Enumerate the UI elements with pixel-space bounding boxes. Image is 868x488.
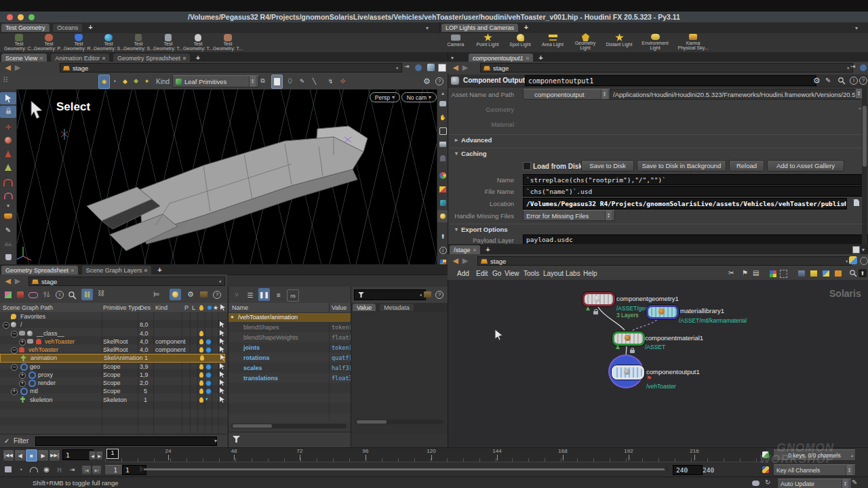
refresh-icon[interactable]: ↻: [765, 479, 770, 486]
message-bubble-icon[interactable]: [751, 479, 760, 487]
node-materiallibrary1[interactable]: [646, 305, 679, 319]
menu-labs[interactable]: Labs: [566, 270, 580, 277]
shelf-add-tab-button[interactable]: +: [85, 23, 96, 31]
tree-row-class-vehtoaster[interactable]: + vehToaster SkelRoot 4,0 component: [0, 338, 224, 346]
modeler-bench-icon[interactable]: [0, 210, 16, 222]
geometry-collapse-icon[interactable]: ▾: [859, 106, 861, 112]
color-correction-icon[interactable]: [437, 169, 448, 182]
gear-icon[interactable]: ⚙: [813, 76, 821, 85]
collapse-icon[interactable]: −: [11, 347, 18, 354]
select-edges-mode-icon[interactable]: ◆: [120, 75, 130, 87]
shelf-tool-test-geometry-rubbertoy[interactable]: TestGeometry: R...: [64, 33, 94, 52]
pane-split-icon[interactable]: [852, 246, 860, 253]
audio-icon[interactable]: ◔: [16, 464, 26, 474]
sheet-row-translations[interactable]: translations float3[1: [229, 374, 351, 383]
rotate-tool-icon[interactable]: [0, 134, 16, 146]
pane-menu-icon[interactable]: [71, 269, 74, 272]
node-label-componentgeometry1[interactable]: componentgeometry1: [616, 295, 679, 302]
menu-help[interactable]: Help: [583, 270, 597, 277]
tree-row-geo[interactable]: − geo Scope 3,9: [0, 363, 224, 371]
visible-icon[interactable]: [205, 380, 212, 386]
flag-display-icon[interactable]: ⚑: [742, 269, 748, 277]
gear-star-icon[interactable]: ⚙: [187, 290, 194, 299]
snapshot-gallery-icon[interactable]: [797, 270, 805, 277]
search-icon[interactable]: [837, 77, 846, 85]
play-backward-button[interactable]: ◀: [14, 449, 26, 462]
visible-icon[interactable]: [205, 388, 212, 394]
select-detail-mode-icon[interactable]: ✦: [142, 75, 152, 87]
select-tool-icon[interactable]: [0, 92, 16, 104]
tab-geometry-spreadsheet-bl[interactable]: Geometry Spreadsheet: [1, 266, 78, 274]
tree-view-icon[interactable]: ⑂: [231, 289, 242, 300]
filter-check-icon[interactable]: ✓: [4, 437, 9, 445]
asset-path-field[interactable]: /Applications/Houdini/Houdini20.5.323/Fr…: [610, 89, 861, 100]
frame-view-icon[interactable]: [437, 125, 448, 137]
range-slider-right-handle[interactable]: [664, 466, 669, 472]
info-icon[interactable]: i: [850, 77, 858, 85]
sheet-filter-field[interactable]: ▾: [354, 289, 426, 300]
color-palette-icon[interactable]: [769, 270, 776, 277]
expand-icon[interactable]: +: [19, 372, 26, 379]
collapse-icon[interactable]: −: [3, 322, 9, 329]
inspect-glasses-icon[interactable]: [28, 291, 38, 299]
range-end-button[interactable]: ▶|: [92, 465, 102, 475]
caching-section-header[interactable]: ▾Caching: [450, 148, 868, 158]
tab-scene-graph-layers[interactable]: Scene Graph Layers: [82, 266, 152, 274]
tree-row-proxy[interactable]: + proxy Scope 1,9: [0, 371, 224, 379]
col-active-flame-icon[interactable]: [199, 305, 203, 310]
scene-view-path-field[interactable]: stage ▾: [60, 63, 402, 73]
col-des[interactable]: Des: [140, 304, 151, 311]
export-playbar-icon[interactable]: [3, 464, 13, 474]
select-pointer-icon[interactable]: [220, 396, 224, 403]
help-icon[interactable]: ?: [213, 291, 221, 299]
payload-layer-field[interactable]: payload.usdc: [523, 235, 868, 244]
network-tools-icon[interactable]: ✂: [728, 269, 734, 277]
headlight-icon[interactable]: [437, 210, 448, 222]
snap-orient-icon[interactable]: [0, 190, 16, 202]
display-material-icon[interactable]: [437, 197, 448, 209]
sticky-note-icon[interactable]: [810, 270, 817, 277]
row-expand-icon[interactable]: ●: [231, 314, 234, 320]
select-visible-icon[interactable]: ✣: [338, 75, 348, 87]
shelf-tool-test-geometry-crag[interactable]: TestGeometry: C...: [4, 33, 34, 52]
visible-icon[interactable]: [205, 364, 212, 370]
export-view-icon[interactable]: ⬆: [437, 230, 448, 243]
close-tab-icon[interactable]: [473, 249, 476, 251]
select-points-mode-icon[interactable]: ◔: [109, 75, 119, 87]
expand-icon[interactable]: +: [19, 339, 26, 346]
viewport-settings-gear-icon[interactable]: ⚙: [423, 77, 431, 86]
channel-editor-icon[interactable]: [761, 465, 770, 474]
tree-row-vehtoaster[interactable]: − vehToaster SkelRoot 4,0 component: [0, 346, 224, 354]
menu-add[interactable]: Add: [457, 270, 469, 277]
active-flame-icon[interactable]: [199, 331, 203, 336]
more-tools-chevron-icon[interactable]: ▾: [0, 202, 16, 209]
stop-button[interactable]: ■: [26, 449, 37, 462]
sheet-row-scales[interactable]: scales half3[15: [229, 364, 351, 373]
select-pointer-icon[interactable]: [220, 321, 224, 327]
select-options-icon[interactable]: ⧉: [258, 75, 268, 87]
snapshot-folder-icon[interactable]: [199, 291, 208, 298]
link-badge-icon[interactable]: [860, 64, 867, 71]
info-icon[interactable]: i: [56, 291, 64, 299]
viewport-cube-icon[interactable]: [427, 64, 435, 71]
radial-menu-icon[interactable]: [860, 257, 868, 265]
select-pointer-icon[interactable]: [220, 371, 224, 378]
shelf-tool-test-geometry-tommy[interactable]: TestGeometry: T...: [213, 33, 243, 52]
back-icon[interactable]: ◀: [453, 257, 458, 264]
expand-icon[interactable]: +: [11, 388, 18, 395]
asset-path-spinner[interactable]: ▲▼: [855, 89, 862, 98]
brush-icon[interactable]: ✎: [825, 77, 831, 84]
col-primitive-type[interactable]: Primitive Type: [103, 304, 141, 311]
camera-menu[interactable]: No cam▾: [401, 92, 437, 102]
node-label-componentoutput1[interactable]: componentoutput1: [646, 368, 700, 375]
snapshot-icon[interactable]: [437, 138, 448, 150]
select-pointer-icon[interactable]: [220, 330, 224, 336]
visible-icon[interactable]: [205, 372, 212, 378]
info-icon[interactable]: i: [437, 244, 448, 256]
menu-go[interactable]: Go: [492, 270, 501, 277]
range-start-button[interactable]: |◀: [81, 465, 92, 475]
key-all-channels-dropdown[interactable]: Key All Channels▲▼: [773, 464, 856, 476]
select-pointer-icon[interactable]: [220, 338, 224, 344]
help-icon[interactable]: ?: [435, 291, 443, 299]
edit-pencil-icon[interactable]: ✎: [852, 479, 857, 486]
